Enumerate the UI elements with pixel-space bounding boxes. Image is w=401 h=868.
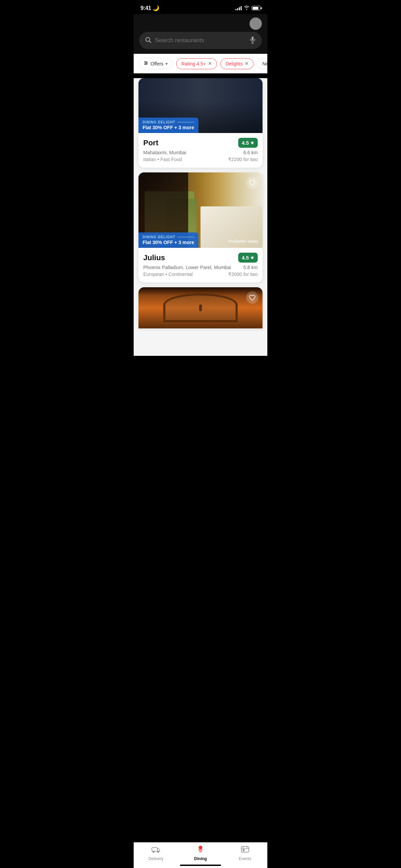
location-port: Mahalaxmi, Mumbai [143, 150, 186, 155]
price-port: ₹2200 for two [228, 157, 258, 162]
restaurant-name-julius: Julius [143, 253, 165, 262]
chevron-down-icon: ▾ [166, 61, 168, 66]
rating-badge-port: 4.5 ★ [238, 138, 258, 148]
restaurant-card-julius[interactable]: DINING DELIGHT Flat 30% OFF + 3 more Ava… [138, 172, 263, 282]
card-image-port: DINING DELIGHT Flat 30% OFF + 3 more [138, 78, 263, 133]
filter-chip-delights[interactable]: Delights ✕ [220, 58, 254, 69]
dining-delight-port: DINING DELIGHT Flat 30% OFF + 3 more [138, 118, 198, 133]
avatar[interactable] [250, 17, 262, 30]
battery-icon [252, 6, 260, 10]
card-info-julius: Julius 4.5 ★ Phoenix Palladium, Lower Pa… [138, 248, 263, 282]
offers-label: Offers [150, 61, 163, 67]
filter-chip-offers[interactable]: Offers ▾ [138, 58, 173, 69]
distance-julius: 5.8 km [243, 265, 258, 270]
location-julius: Phoenix Palladium, Lower Parel, Mumbai [143, 265, 231, 270]
remove-rating-icon[interactable]: ✕ [208, 61, 212, 66]
wifi-icon [244, 5, 250, 11]
status-icons [235, 5, 260, 11]
favorite-button-third[interactable] [246, 291, 258, 304]
restaurant-card-port[interactable]: DINING DELIGHT Flat 30% OFF + 3 more Por… [138, 78, 263, 168]
rating-label: Rating 4.5+ [181, 61, 206, 67]
rating-badge-julius: 4.5 ★ [238, 253, 258, 263]
delight-offer-port: Flat 30% OFF + 3 more [143, 125, 194, 130]
status-time: 9:41 🌙 [141, 5, 159, 11]
delight-label-julius: DINING DELIGHT [143, 235, 194, 239]
svg-point-8 [145, 61, 146, 62]
card-image-julius: DINING DELIGHT Flat 30% OFF + 3 more Ava… [138, 172, 263, 248]
distance-port: 6.6 km [243, 150, 258, 155]
svg-point-10 [145, 64, 146, 65]
header [134, 14, 267, 54]
nearest-label: Nearest [262, 61, 267, 67]
card-info-port: Port 4.5 ★ Mahalaxmi, Mumbai 6.6 km Ital… [138, 133, 263, 168]
signal-icon [235, 6, 242, 10]
filter-row: Offers ▾ Rating 4.5+ ✕ Delights ✕ Neares… [134, 54, 267, 73]
dining-delight-julius: DINING DELIGHT Flat 30% OFF + 3 more [138, 232, 198, 248]
delights-label: Delights [226, 61, 243, 67]
star-icon-julius: ★ [250, 255, 254, 260]
remove-delights-icon[interactable]: ✕ [245, 61, 248, 66]
search-input[interactable] [155, 37, 245, 44]
mic-icon[interactable] [249, 36, 256, 45]
svg-point-9 [146, 63, 147, 64]
star-icon-port: ★ [250, 140, 254, 145]
restaurant-card-third[interactable] [138, 287, 263, 328]
status-bar: 9:41 🌙 [134, 0, 267, 14]
filter-chip-nearest[interactable]: Nearest [257, 58, 267, 69]
card-image-third [138, 287, 263, 328]
sliders-icon [144, 61, 148, 67]
available-today-julius: Available today [228, 239, 258, 244]
search-bar[interactable] [139, 32, 262, 49]
favorite-button-julius[interactable] [246, 177, 258, 189]
delight-label-port: DINING DELIGHT [143, 120, 194, 124]
content: DINING DELIGHT Flat 30% OFF + 3 more Por… [134, 78, 267, 356]
svg-line-1 [149, 41, 151, 43]
search-icon [145, 36, 151, 45]
restaurant-name-port: Port [143, 138, 158, 147]
delight-offer-julius: Flat 30% OFF + 3 more [143, 240, 194, 245]
price-julius: ₹2000 for two [228, 272, 258, 277]
cuisine-port: Italian • Fast Food [143, 157, 182, 162]
filter-chip-rating[interactable]: Rating 4.5+ ✕ [176, 58, 217, 69]
cuisine-julius: European • Continental [143, 272, 193, 277]
svg-rect-2 [252, 37, 254, 40]
